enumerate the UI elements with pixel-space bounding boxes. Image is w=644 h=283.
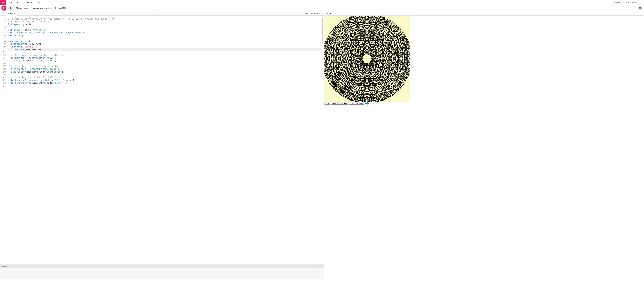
gear-icon xyxy=(639,7,642,9)
svg-point-2 xyxy=(364,56,370,61)
menu-edit[interactable]: Edit▼ xyxy=(16,0,24,5)
settings-button[interactable] xyxy=(638,6,642,10)
caret-down-icon: ▼ xyxy=(640,2,641,3)
console-input[interactable]: > xyxy=(0,279,324,283)
sketch-save-button[interactable]: save xyxy=(324,102,330,105)
menu-user[interactable]: Hello, Rimi2022!▼ xyxy=(623,0,642,5)
preview-label: Preview xyxy=(326,12,332,14)
caret-down-icon: ▼ xyxy=(32,2,34,3)
menu-language[interactable]: English▼ xyxy=(612,0,623,5)
caret-down-icon: ▼ xyxy=(620,2,622,3)
sketch-fullscreen-button[interactable]: Full Screen xyxy=(337,102,348,105)
menu-file[interactable]: File▼ xyxy=(7,0,16,5)
file-tab-sketch[interactable]: sketch.js xyxy=(6,11,17,16)
kaleidoscope-drawing xyxy=(324,16,410,102)
preview-body: save clear Full Screen Brush Size Slider xyxy=(324,16,644,283)
menu-sketch[interactable]: Sketch▼ xyxy=(24,0,35,5)
console-label: Console xyxy=(2,265,8,267)
caret-down-icon: ▼ xyxy=(21,2,22,3)
chevron-down-icon: ⌄ xyxy=(321,265,322,267)
file-tabbar: 〉 sketch.js Saved: 31 minutes ago xyxy=(0,11,324,16)
caret-down-icon: ▼ xyxy=(42,2,43,3)
p5-logo[interactable]: p5* xyxy=(0,0,6,5)
pencil-icon[interactable] xyxy=(51,7,53,9)
preview-pane: Preview save clear Full Screen Brush Siz… xyxy=(324,11,644,283)
menubar: p5* File▼ Edit▼ Sketch▼ Help▼ English▼ H… xyxy=(0,0,644,5)
saved-status: Saved: 31 minutes ago xyxy=(304,12,324,14)
line-gutter: 123456789101112131415161718192021222324 xyxy=(0,16,7,264)
caret-down-icon: ▼ xyxy=(12,2,14,3)
menu-help[interactable]: Help▼ xyxy=(35,0,44,5)
sketch-name[interactable]: Magical ceratonykus xyxy=(33,7,50,9)
stop-icon xyxy=(10,7,11,9)
play-button[interactable] xyxy=(2,5,6,10)
expand-sidebar-button[interactable]: 〉 xyxy=(0,11,6,16)
console-body xyxy=(0,268,324,279)
editor-pane: 〉 sketch.js Saved: 31 minutes ago 123456… xyxy=(0,11,324,283)
scrollbar[interactable] xyxy=(322,17,324,43)
play-icon xyxy=(3,7,5,9)
stop-button[interactable] xyxy=(8,5,13,10)
autorefresh-label: Auto-refresh xyxy=(18,7,29,9)
preview-controls: save clear Full Screen Brush Size Slider xyxy=(324,102,381,105)
console-prompt: > xyxy=(2,280,3,282)
code-area[interactable]: // Symmetry corresponding to the number … xyxy=(7,16,324,264)
toolbar: Auto-refresh Magical ceratonykus by Rimi… xyxy=(0,5,644,11)
chevron-right-icon: 〉 xyxy=(2,12,4,15)
preview-header: Preview xyxy=(324,11,644,16)
autorefresh-toggle[interactable]: Auto-refresh xyxy=(16,7,29,9)
sketch-canvas[interactable] xyxy=(324,16,410,102)
sketch-brush-slider-label[interactable]: Brush Size Slider xyxy=(349,102,364,105)
sketch-author: by Rimi2022 xyxy=(55,7,66,9)
console-clear-button[interactable]: Clear ⌄ xyxy=(316,265,322,267)
console-header[interactable]: Console Clear ⌄ xyxy=(0,264,324,268)
brush-size-slider[interactable] xyxy=(365,102,380,105)
code-editor[interactable]: 123456789101112131415161718192021222324 … xyxy=(0,16,324,264)
autorefresh-checkbox[interactable] xyxy=(16,7,18,9)
sketch-clear-button[interactable]: clear xyxy=(331,102,337,105)
